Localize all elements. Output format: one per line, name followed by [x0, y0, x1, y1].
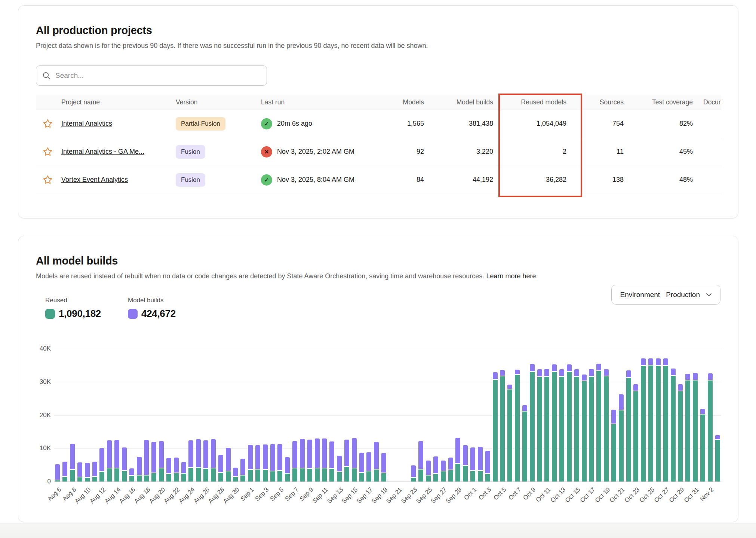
chart-bar-aug-9[interactable]: [77, 462, 82, 482]
chart-bar-oct-16[interactable]: [582, 375, 587, 482]
chart-bar-oct-23[interactable]: [633, 384, 638, 482]
chart-bar-oct-10[interactable]: [537, 369, 542, 482]
chart-bar-oct-9[interactable]: [530, 364, 535, 482]
chart-bar-oct-11[interactable]: [544, 369, 549, 482]
chart-bar-oct-12[interactable]: [552, 364, 557, 482]
chart-bar-sep-30[interactable]: [463, 445, 468, 482]
chart-bar-sep-1[interactable]: [248, 445, 253, 482]
chart-bar-aug-11[interactable]: [92, 462, 97, 482]
chart-bar-oct-17[interactable]: [589, 369, 594, 482]
learn-more-link[interactable]: Learn more here.: [486, 272, 538, 280]
column-header-version[interactable]: Version: [174, 95, 259, 110]
chart-bar-sep-5[interactable]: [277, 444, 282, 482]
chart-bar-nov-1[interactable]: [700, 409, 705, 482]
column-header-documentation[interactable]: Docum: [697, 95, 721, 110]
chart-bar-aug-16[interactable]: [129, 468, 134, 482]
chart-bar-aug-25[interactable]: [196, 439, 201, 482]
chart-bar-oct-28[interactable]: [671, 369, 676, 482]
chart-bar-oct-22[interactable]: [626, 370, 631, 482]
chart-bar-sep-15[interactable]: [352, 438, 357, 482]
chart-bar-oct-21[interactable]: [619, 394, 624, 482]
chart-bar-aug-27[interactable]: [211, 439, 216, 482]
project-name-link[interactable]: Internal Analytics - GA Me...: [61, 148, 144, 155]
chart-bar-sep-11[interactable]: [322, 438, 327, 482]
chart-bar-aug-19[interactable]: [151, 442, 156, 482]
chart-bar-sep-4[interactable]: [270, 444, 275, 482]
chart-bar-aug-23[interactable]: [181, 462, 186, 482]
chart-bar-sep-6[interactable]: [285, 457, 290, 482]
chart-bar-oct-27[interactable]: [663, 358, 668, 482]
chart-bar-aug-18[interactable]: [144, 440, 149, 482]
search-input[interactable]: [55, 71, 261, 80]
chart-bar-sep-25[interactable]: [426, 461, 431, 482]
column-header-sources[interactable]: Sources: [570, 95, 627, 110]
chart-bar-oct-20[interactable]: [611, 410, 616, 482]
chart-bar-aug-6[interactable]: [55, 464, 60, 482]
chart-bar-aug-26[interactable]: [203, 440, 208, 482]
chart-bar-sep-13[interactable]: [337, 456, 342, 482]
chart-bar-aug-29[interactable]: [226, 448, 231, 482]
chart-bar-aug-28[interactable]: [218, 455, 223, 482]
chart-bar-oct-19[interactable]: [604, 369, 609, 482]
chart-bar-oct-25[interactable]: [648, 358, 653, 482]
chart-bar-sep-8[interactable]: [300, 439, 305, 482]
chart-bar-oct-8[interactable]: [522, 405, 527, 482]
column-header-model-builds[interactable]: Model builds: [428, 95, 497, 110]
chart-bar-aug-13[interactable]: [107, 440, 112, 482]
chart-bar-oct-18[interactable]: [596, 364, 601, 482]
chart-bar-aug-31[interactable]: [240, 459, 245, 482]
chart-bar-aug-30[interactable]: [233, 468, 238, 482]
favorite-star-button[interactable]: [37, 145, 53, 158]
chart-bar-sep-7[interactable]: [292, 441, 297, 482]
chart-bar-oct-14[interactable]: [567, 364, 572, 482]
chart-bar-sep-10[interactable]: [315, 438, 320, 482]
chart-bar-nov-2[interactable]: [708, 373, 713, 482]
chart-bar-oct-30[interactable]: [685, 374, 690, 482]
chart-bar-oct-6[interactable]: [507, 385, 512, 482]
chart-bar-oct-5[interactable]: [500, 370, 505, 482]
chart-bar-aug-12[interactable]: [99, 448, 104, 482]
chart-bar-oct-24[interactable]: [641, 358, 646, 482]
favorite-star-button[interactable]: [37, 173, 53, 186]
column-header-last-run[interactable]: Last run: [259, 95, 383, 110]
chart-bar-sep-2[interactable]: [255, 445, 260, 482]
chart-bar-oct-4[interactable]: [493, 372, 498, 482]
chart-bar-sep-23[interactable]: [411, 465, 416, 482]
chart-bar-oct-29[interactable]: [678, 384, 683, 482]
chart-bar-sep-19[interactable]: [381, 453, 386, 482]
chart-bar-oct-3[interactable]: [485, 451, 490, 482]
chart-bar-aug-15[interactable]: [122, 447, 127, 482]
chart-bar-sep-17[interactable]: [366, 452, 371, 482]
column-header-test-coverage[interactable]: Test coverage: [627, 95, 697, 110]
chart-bar-sep-3[interactable]: [263, 444, 268, 482]
chart-bar-oct-15[interactable]: [574, 369, 579, 482]
chart-bar-aug-14[interactable]: [114, 440, 119, 482]
project-name-link[interactable]: Vortex Event Analytics: [61, 176, 128, 183]
chart-bar-sep-24[interactable]: [418, 441, 423, 482]
chart-bar-aug-20[interactable]: [159, 441, 164, 482]
chart-bar-oct-2[interactable]: [478, 447, 483, 482]
project-name-link[interactable]: Internal Analytics: [61, 120, 112, 127]
chart-bar-sep-9[interactable]: [307, 440, 312, 482]
chart-bar-oct-7[interactable]: [515, 370, 520, 482]
chart-bar-sep-16[interactable]: [359, 453, 364, 482]
chart-bar-sep-14[interactable]: [344, 440, 349, 482]
chart-bar-aug-8[interactable]: [70, 444, 75, 482]
chart-bar-sep-27[interactable]: [441, 461, 446, 482]
chart-bar-aug-10[interactable]: [85, 463, 90, 482]
column-header-models[interactable]: Models: [383, 95, 428, 110]
chart-bar-oct-1[interactable]: [470, 447, 475, 482]
chart-bar-oct-31[interactable]: [693, 373, 698, 482]
chart-bar-aug-24[interactable]: [188, 440, 193, 482]
chart-bar-sep-29[interactable]: [455, 438, 460, 482]
chart-bar-aug-7[interactable]: [62, 462, 67, 482]
favorite-star-button[interactable]: [37, 117, 53, 130]
chart-bar-sep-12[interactable]: [329, 441, 334, 482]
chart-bar-sep-18[interactable]: [374, 442, 379, 482]
chart-bar-sep-28[interactable]: [448, 458, 453, 482]
chart-bar-aug-17[interactable]: [137, 457, 142, 482]
chart-bar-aug-21[interactable]: [166, 458, 171, 482]
environment-dropdown[interactable]: Environment Production: [611, 285, 720, 305]
chart-bar-oct-26[interactable]: [656, 358, 661, 482]
chart-bar-oct-13[interactable]: [559, 369, 564, 482]
